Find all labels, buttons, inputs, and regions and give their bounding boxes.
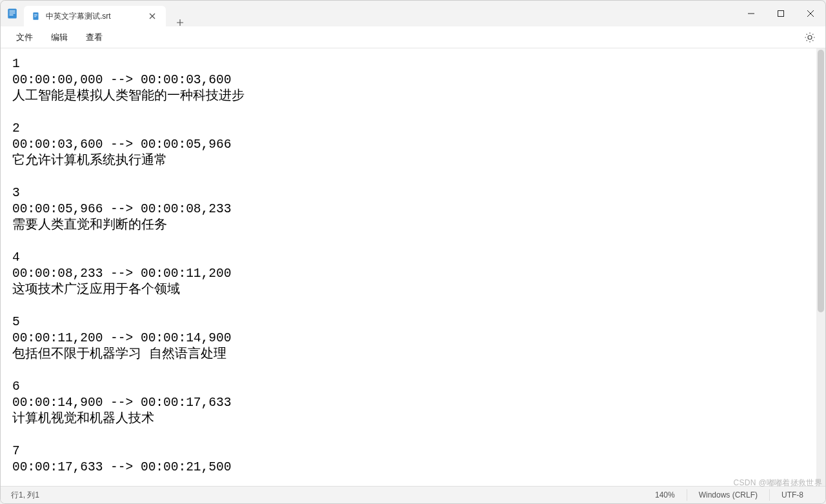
titlebar-drag-region[interactable] [190,1,736,26]
minimize-icon [748,10,754,17]
notepad-icon [6,8,18,19]
tab-close-button[interactable] [146,10,158,22]
file-tab[interactable]: 中英文字幕测试.srt [24,6,166,26]
minimize-button[interactable] [736,1,766,26]
svg-rect-0 [8,9,17,19]
new-tab-button[interactable] [170,19,190,26]
close-icon [807,10,814,17]
window-controls [736,1,825,26]
maximize-button[interactable] [766,1,796,26]
status-encoding[interactable]: UTF-8 [769,489,815,501]
tab-title: 中英文字幕测试.srt [46,11,146,22]
maximize-icon [778,10,784,17]
document-icon [32,12,41,21]
close-window-button[interactable] [796,1,825,26]
close-icon [149,13,156,19]
menu-file[interactable]: 文件 [7,29,42,46]
svg-rect-13 [778,11,784,17]
menu-view[interactable]: 查看 [77,29,112,46]
menubar: 文件 编辑 查看 [1,26,825,48]
svg-rect-2 [10,13,15,14]
status-line-ending[interactable]: Windows (CRLF) [687,489,769,501]
plus-icon [176,19,184,26]
text-editor[interactable]: 1 00:00:00,000 --> 00:00:03,600 人工智能是模拟人… [1,48,816,486]
tab-strip: 中英文字幕测试.srt [24,1,190,26]
svg-rect-7 [34,17,36,17]
vertical-scrollbar[interactable] [816,48,825,486]
statusbar: 行1, 列1 140% Windows (CRLF) UTF-8 [1,486,825,503]
app-icon [1,1,24,26]
svg-rect-4 [33,12,38,20]
svg-rect-1 [10,11,15,12]
editor-area: 1 00:00:00,000 --> 00:00:03,600 人工智能是模拟人… [1,48,825,486]
svg-rect-3 [10,15,14,15]
status-zoom[interactable]: 140% [643,489,687,501]
status-position[interactable]: 行1, 列1 [11,490,643,501]
titlebar: 中英文字幕测试.srt [1,1,825,26]
settings-button[interactable] [801,28,819,46]
svg-rect-5 [34,14,37,15]
gear-icon [804,32,816,43]
scrollbar-thumb[interactable] [818,50,824,312]
menu-edit[interactable]: 编辑 [42,29,77,46]
svg-rect-6 [34,15,37,16]
